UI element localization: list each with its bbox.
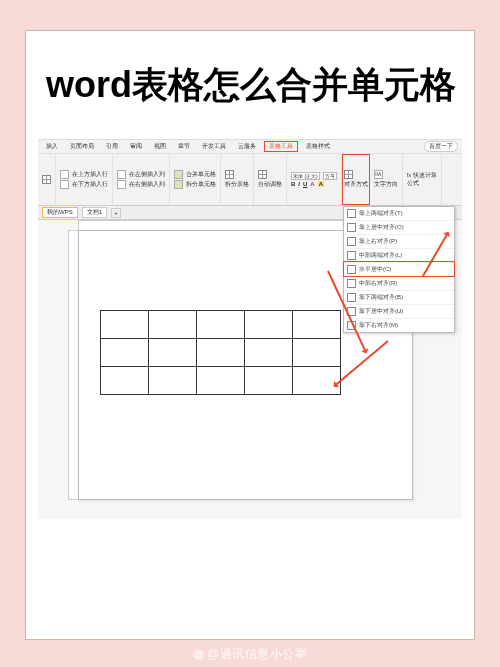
font-color-button[interactable]: A: [310, 181, 314, 187]
search-pill[interactable]: 百度一下: [424, 141, 458, 152]
tab-view[interactable]: 视图: [150, 142, 170, 151]
row-above-icon[interactable]: [60, 170, 69, 179]
align-option-label: 靠上右对齐(P): [359, 237, 397, 246]
col-left-label[interactable]: 在左侧插入列: [129, 171, 165, 178]
highlight-button[interactable]: A: [318, 181, 324, 187]
tab-table-tools[interactable]: 表格工具: [264, 141, 298, 152]
tab-table-style[interactable]: 表格样式: [302, 142, 334, 151]
align-option[interactable]: 靠下两端对齐(B): [344, 290, 454, 304]
underline-button[interactable]: U: [303, 181, 307, 187]
align-option-label: 靠上两端对齐(T): [359, 209, 403, 218]
tab-doc1[interactable]: 文档1: [82, 207, 107, 218]
tab-review[interactable]: 审阅: [126, 142, 146, 151]
align-option[interactable]: 靠上两端对齐(T): [344, 207, 454, 220]
split-table-icon: [225, 170, 234, 179]
align-option-icon: [347, 293, 356, 302]
group-align[interactable]: 对齐方式: [342, 154, 370, 205]
app-screenshot: 插入 页面布局 引用 审阅 视图 章节 开发工具 云服务 表格工具 表格样式 百…: [38, 139, 462, 519]
align-dropdown: 靠上两端对齐(T)靠上居中对齐(O)靠上右对齐(P)中部两端对齐(L)水平居中(…: [343, 206, 455, 333]
split-cell-icon[interactable]: [174, 180, 183, 189]
merge-label[interactable]: 合并单元格: [186, 171, 216, 178]
align-option-label: 中部两端对齐(L): [359, 251, 402, 260]
text-dir-label: 文字方向: [374, 180, 398, 189]
align-option-label: 中部右对齐(R): [359, 279, 397, 288]
watermark: @通讯信息小公举: [0, 646, 500, 663]
tab-mywps[interactable]: 我的WPS: [42, 207, 78, 218]
align-option-label: 靠下两端对齐(B): [359, 293, 403, 302]
font-size[interactable]: 五号: [323, 172, 337, 180]
autofit-label: 自动调整: [258, 180, 282, 189]
align-option[interactable]: 水平居中(C): [344, 262, 454, 276]
align-option[interactable]: 靠上居中对齐(O): [344, 220, 454, 234]
align-option-label: 靠上居中对齐(O): [359, 223, 404, 232]
draw-table-icon[interactable]: [42, 175, 51, 184]
align-option-icon: [347, 279, 356, 288]
align-option-label: 靠下右对齐(M): [359, 321, 398, 330]
ribbon-tabs: 插入 页面布局 引用 审阅 视图 章节 开发工具 云服务 表格工具 表格样式 百…: [38, 140, 462, 154]
col-right-icon[interactable]: [117, 180, 126, 189]
row-below-label[interactable]: 在下方插入行: [72, 181, 108, 188]
merge-icon[interactable]: [174, 170, 183, 179]
align-option[interactable]: 靠下右对齐(M): [344, 318, 454, 332]
formula-label[interactable]: 公式: [407, 180, 419, 187]
italic-button[interactable]: I: [298, 181, 300, 187]
text-dir-icon: IIA: [374, 170, 383, 179]
autofit-icon: [258, 170, 267, 179]
row-below-icon[interactable]: [60, 180, 69, 189]
tab-ref[interactable]: 引用: [102, 142, 122, 151]
align-option-icon: [347, 223, 356, 232]
align-option[interactable]: 中部右对齐(R): [344, 276, 454, 290]
font-name[interactable]: 宋体 (正文): [291, 172, 320, 180]
col-left-icon[interactable]: [117, 170, 126, 179]
group-text-dir[interactable]: IIA 文字方向: [370, 154, 403, 205]
group-table-draw: [38, 154, 56, 205]
tab-section[interactable]: 章节: [174, 142, 194, 151]
group-insert-cols: 在左侧插入列 在右侧插入列: [113, 154, 170, 205]
group-formula: fx 快速计算 公式: [403, 154, 442, 205]
align-option-icon: [347, 237, 356, 246]
tab-cloud[interactable]: 云服务: [234, 142, 260, 151]
group-font: 宋体 (正文) 五号 B I U A A: [287, 154, 342, 205]
new-tab-button[interactable]: +: [111, 208, 121, 218]
ribbon: 在上方插入行 在下方插入行 在左侧插入列 在右侧插入列 合并单元格 拆分单元格 …: [38, 154, 462, 206]
quick-calc[interactable]: fx 快速计算: [407, 172, 437, 179]
split-cell-label[interactable]: 拆分单元格: [186, 181, 216, 188]
group-merge: 合并单元格 拆分单元格: [170, 154, 221, 205]
font-style-row: B I U A A: [291, 181, 337, 187]
word-table[interactable]: [100, 310, 341, 395]
tab-dev[interactable]: 开发工具: [198, 142, 230, 151]
col-right-label[interactable]: 在右侧插入列: [129, 181, 165, 188]
align-option-icon: [347, 265, 356, 274]
watermark-text: @通讯信息小公举: [207, 647, 307, 661]
group-insert-rows: 在上方插入行 在下方插入行: [56, 154, 113, 205]
row-above-label[interactable]: 在上方插入行: [72, 171, 108, 178]
tab-insert[interactable]: 插入: [42, 142, 62, 151]
group-split-table[interactable]: 拆分表格: [221, 154, 254, 205]
tab-layout[interactable]: 页面布局: [66, 142, 98, 151]
align-label: 对齐方式: [344, 180, 368, 189]
align-option-icon: [347, 251, 356, 260]
align-option-icon: [347, 209, 356, 218]
watermark-icon: [193, 649, 204, 660]
align-icon: [344, 170, 353, 179]
card: word表格怎么合并单元格 插入 页面布局 引用 审阅 视图 章节 开发工具 云…: [25, 30, 475, 640]
align-option[interactable]: 靠下居中对齐(U): [344, 304, 454, 318]
group-autofit[interactable]: 自动调整: [254, 154, 287, 205]
align-option-label: 靠下居中对齐(U): [359, 307, 403, 316]
align-option-label: 水平居中(C): [359, 265, 391, 274]
split-table-label: 拆分表格: [225, 180, 249, 189]
bold-button[interactable]: B: [291, 181, 295, 187]
headline: word表格怎么合并单元格: [38, 51, 462, 119]
vertical-ruler: [68, 230, 78, 500]
